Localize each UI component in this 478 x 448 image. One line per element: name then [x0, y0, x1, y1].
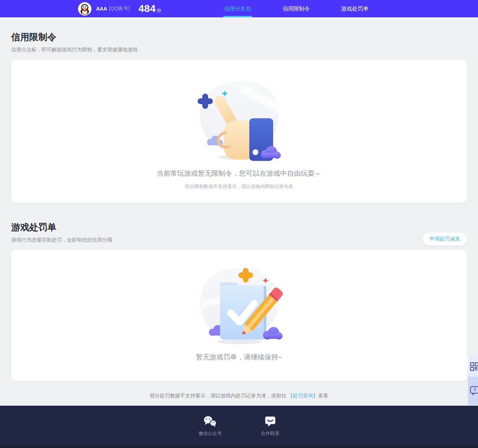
page-footer: 微信公众号 合作联系 — [0, 406, 478, 448]
punishment-empty-text: 暂无游戏罚单，请继续保持~ — [196, 353, 282, 362]
note-suffix: 查看 — [318, 393, 328, 398]
apply-punishment-relief-button[interactable]: 申请处罚减免 — [423, 232, 467, 246]
restriction-empty-subtext: 部分限制数据不支持显示，请以游戏内限制记录为准 — [185, 183, 293, 190]
floating-side-panel: ? — [468, 356, 478, 405]
chat-bubble-smile-icon — [264, 415, 276, 427]
restriction-section-subtitle: 信用分达标，即可解除游戏行为限制，要文明健康地游戏 — [11, 47, 467, 53]
wechat-icon — [203, 415, 218, 427]
main-content: 信用限制令 信用分达标，即可解除游戏行为限制，要文明健康地游戏 — [0, 31, 478, 399]
restriction-section-header: 信用限制令 信用分达标，即可解除游戏行为限制，要文明健康地游戏 — [11, 31, 467, 53]
punishment-empty-card: 暂无游戏罚单，请继续保持~ — [11, 250, 467, 381]
punishment-query-link[interactable]: 【处罚查询】 — [288, 393, 318, 398]
tab-credit-restriction[interactable]: 信用限制令 — [282, 0, 311, 17]
credit-score-value: 484 — [138, 3, 156, 14]
punishment-section-subtitle: 游戏行为违规导致处罚，会影响您的信用分哦 — [11, 237, 467, 243]
help-chat-widget[interactable]: ? — [468, 377, 478, 405]
qr-code-icon — [470, 362, 478, 371]
contact-label: 合作联系 — [261, 430, 280, 437]
account-type-label: [QQ账号] — [109, 5, 130, 12]
qr-code-widget[interactable] — [468, 356, 478, 377]
restriction-empty-card: 当前常玩游戏暂无限制令，您可以在游戏中自由玩耍～ 部分限制数据不支持显示，请以游… — [11, 60, 467, 202]
tab-game-punishment[interactable]: 游戏处罚单 — [340, 0, 369, 17]
punishment-note: 部分处罚数据不支持展示，请以游戏内处罚记录为准，或前往 【处罚查询】查看 — [11, 393, 467, 399]
help-chat-icon: ? — [470, 385, 478, 396]
user-name: AAA — [96, 6, 107, 12]
punishment-section-title: 游戏处罚单 — [11, 221, 467, 233]
top-navbar: AAA [QQ账号] 484 分 信用分礼包 信用限制令 游戏处罚单 — [0, 0, 478, 17]
thumbs-up-illustration — [194, 78, 285, 164]
cooperation-contact[interactable]: 合作联系 — [261, 415, 280, 437]
credit-score: 484 分 — [138, 3, 161, 14]
punishment-section-header: 游戏处罚单 游戏行为违规导致处罚，会影响您的信用分哦 申请处罚减免 — [11, 221, 467, 243]
qq-penguin-icon — [79, 3, 91, 15]
restriction-section-title: 信用限制令 — [11, 31, 467, 43]
svg-text:?: ? — [473, 387, 476, 393]
wechat-official-account[interactable]: 微信公众号 — [198, 415, 222, 437]
restriction-empty-text: 当前常玩游戏暂无限制令，您可以在游戏中自由玩耍～ — [157, 169, 322, 178]
document-check-pencil-illustration — [194, 265, 285, 347]
tab-credit-gift[interactable]: 信用分礼包 — [223, 0, 252, 17]
nav-tabs: 信用分礼包 信用限制令 游戏处罚单 — [223, 0, 399, 17]
note-prefix: 部分处罚数据不支持展示，请以游戏内处罚记录为准，或前往 — [150, 393, 288, 398]
wechat-label: 微信公众号 — [198, 430, 222, 437]
qq-penguin-avatar — [78, 2, 91, 16]
user-info: AAA [QQ账号] 484 分 — [78, 2, 161, 16]
credit-score-unit: 分 — [156, 7, 161, 14]
